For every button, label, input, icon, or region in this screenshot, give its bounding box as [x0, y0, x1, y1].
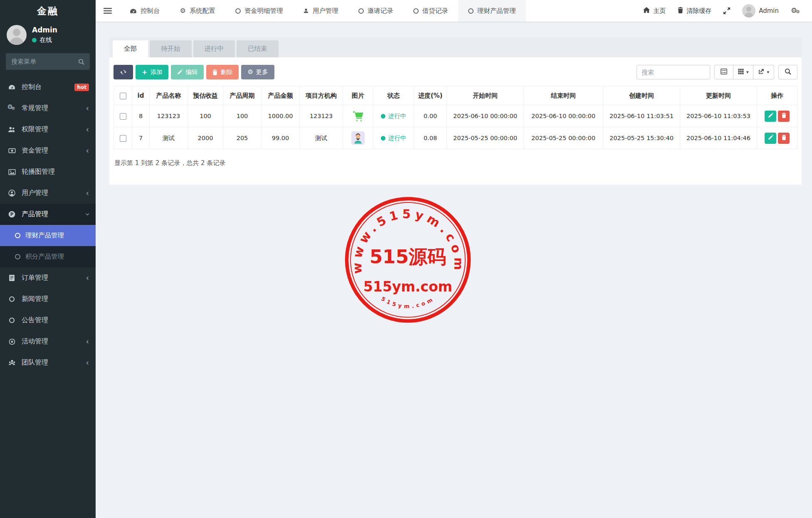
sidebar-item-funds[interactable]: 资金管理‹	[0, 140, 96, 161]
products-panel: 全部待开始进行中已结束 + 添加 编辑	[109, 37, 802, 185]
search-submit-button[interactable]	[778, 65, 797, 79]
row-edit-button[interactable]	[765, 111, 776, 122]
select-all-checkbox[interactable]	[120, 93, 126, 99]
sidebar-item-label: 常规管理	[22, 104, 48, 113]
admin-label: Admin	[759, 7, 779, 15]
column-header: 操作	[757, 86, 797, 105]
filter-tab-label: 待开始	[161, 45, 180, 52]
column-header: 预估收益	[188, 86, 223, 105]
column-header: 产品金额	[262, 86, 300, 105]
fullscreen-icon[interactable]	[723, 7, 730, 14]
column-header: id	[132, 86, 150, 105]
table-search-input[interactable]	[637, 65, 710, 79]
brand-title: 金融	[0, 0, 96, 22]
filter-tab-all[interactable]: 全部	[113, 40, 148, 57]
team-icon	[7, 359, 17, 366]
cell-cycle: 100	[223, 105, 262, 127]
topnav-right: 主页 清除缓存 Admin ⚙⚙	[643, 0, 812, 22]
filter-tab-in-progress[interactable]: 进行中	[193, 40, 235, 57]
column-header: 产品周期	[223, 86, 262, 105]
export-button[interactable]: ▾	[753, 65, 774, 79]
cell-expected_return: 2000	[188, 127, 223, 149]
filter-tab-label: 进行中	[205, 45, 224, 52]
admin-user-menu[interactable]: Admin	[742, 4, 779, 17]
filter-tab-label: 已结束	[248, 45, 267, 52]
export-icon	[758, 69, 764, 76]
row-checkbox[interactable]	[120, 113, 126, 120]
watermark-stamp: www.515ym.com 515源码 515ym.com 515ym.com	[341, 193, 474, 326]
home-label: 主页	[653, 7, 666, 15]
table-row: 81231231001001000.00123123进行中0.002025-06…	[114, 105, 797, 127]
sidebar-item-users[interactable]: 用户管理‹	[0, 183, 96, 204]
sidebar-item-news[interactable]: 新闻管理	[0, 289, 96, 310]
hamburger-menu-icon[interactable]	[96, 0, 120, 22]
nav-tab-user-mgmt[interactable]: 用户管理	[293, 0, 348, 22]
column-header: 状态	[373, 86, 414, 105]
detail-view-button[interactable]	[714, 65, 733, 79]
columns-button[interactable]: ▾	[733, 65, 754, 79]
gears-icon: ⚙⚙	[7, 105, 17, 112]
row-delete-button[interactable]	[778, 133, 790, 144]
sidebar-item-general[interactable]: ⚙⚙常规管理‹	[0, 98, 96, 119]
caret-down-icon: ▾	[746, 69, 749, 75]
nav-tab-wealth-products[interactable]: 理财产品管理	[458, 0, 526, 22]
more-button[interactable]: ⚙ 更多	[241, 65, 274, 79]
cell-product_name: 测试	[150, 127, 188, 149]
sidebar-subitem-wealth-products[interactable]: 理财产品管理	[0, 225, 96, 246]
trash-icon	[782, 113, 786, 119]
sidebar-item-notice[interactable]: 公告管理	[0, 310, 96, 331]
sidebar-item-activity[interactable]: 活动管理‹	[0, 331, 96, 352]
status-dot-icon	[381, 136, 385, 141]
sidebar-search-input[interactable]: 搜索菜单	[6, 53, 90, 70]
row-checkbox[interactable]	[120, 135, 126, 142]
row-delete-button[interactable]	[778, 111, 790, 122]
sidebar-item-banner[interactable]: 轮播图管理	[0, 161, 96, 183]
filter-tab-not-started[interactable]: 待开始	[150, 40, 192, 57]
delete-button[interactable]: 删除	[206, 65, 239, 79]
avatar	[7, 25, 27, 45]
nav-tab-console[interactable]: 控制台	[120, 0, 170, 22]
settings-cogs-icon[interactable]: ⚙⚙	[791, 7, 801, 15]
search-icon	[78, 59, 84, 65]
clear-cache-button[interactable]: 清除缓存	[678, 7, 711, 15]
chevron-left-icon: ‹	[86, 274, 89, 282]
sidebar-subitem-label: 理财产品管理	[25, 231, 64, 240]
svg-text:www.515ym.com: www.515ym.com	[350, 207, 466, 274]
chevron-down-icon: ‹	[84, 213, 91, 216]
plus-icon: +	[142, 69, 147, 76]
nav-tab-system-config[interactable]: ⚙系统配置	[170, 0, 225, 22]
home-link[interactable]: 主页	[643, 7, 666, 15]
cell-created_at: 2025-05-25 15:30:40	[603, 127, 680, 149]
nav-tab-fund-details[interactable]: 资金明细管理	[225, 0, 293, 22]
refresh-button[interactable]	[114, 65, 133, 79]
filter-tab-finished[interactable]: 已结束	[237, 40, 279, 57]
main-area: 控制台⚙系统配置资金明细管理用户管理邀请记录借贷记录理财产品管理 主页 清除缓存…	[96, 0, 812, 518]
sidebar-item-console[interactable]: 控制台hot	[0, 76, 96, 98]
sidebar-item-team[interactable]: 团队管理‹	[0, 352, 96, 373]
nav-tab-invite-records[interactable]: 邀请记录	[348, 0, 403, 22]
table-toolbar: + 添加 编辑 删除 ⚙ 更多	[114, 65, 797, 79]
sidebar-item-orders[interactable]: 订单管理‹	[0, 267, 96, 289]
avatar-image	[351, 131, 365, 145]
actions-cell	[757, 127, 797, 149]
nav-tab-loan-records[interactable]: 借贷记录	[403, 0, 458, 22]
column-header: 进度(%)	[414, 86, 447, 105]
sidebar-subitem-points-products[interactable]: 积分产品管理	[0, 246, 96, 267]
sidebar-item-label: 新闻管理	[22, 295, 48, 303]
dot-circle-icon	[7, 338, 17, 345]
gear-icon: ⚙	[247, 69, 253, 75]
pencil-icon	[768, 135, 773, 141]
filter-tab-label: 全部	[124, 45, 137, 52]
sidebar-group-activity: 活动管理‹	[0, 331, 96, 352]
circle-icon	[358, 8, 364, 14]
sidebar-item-products[interactable]: P产品管理‹	[0, 204, 96, 225]
row-select-cell	[114, 127, 132, 149]
edit-button[interactable]: 编辑	[171, 65, 204, 79]
add-button[interactable]: + 添加	[136, 65, 168, 79]
sidebar-item-permission[interactable]: 权限管理‹	[0, 119, 96, 140]
orders-icon	[7, 274, 17, 281]
watermark-arc-bottom-text: 515ym.com	[380, 296, 436, 309]
cell-expected_return: 100	[188, 105, 223, 127]
row-edit-button[interactable]	[765, 133, 776, 144]
products-table: id产品名称预估收益产品周期产品金额项目方机构图片状态进度(%)开始时间结束时间…	[114, 86, 797, 149]
